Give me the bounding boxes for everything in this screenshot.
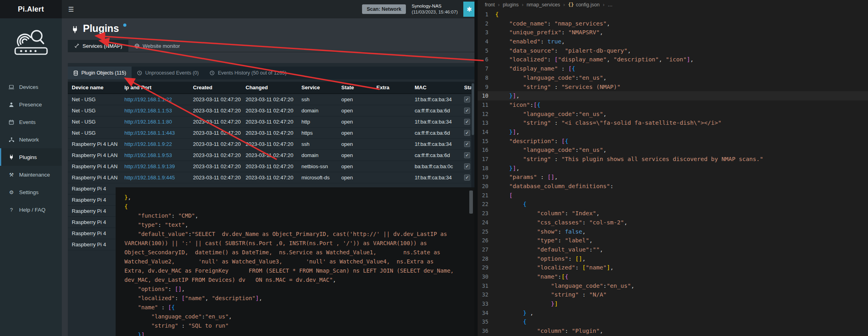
code-line[interactable]: 18 }], [478, 164, 868, 173]
code-line[interactable]: 29 "localized": ["name"], [478, 263, 868, 272]
app-logo[interactable]: Pi.Alert [0, 0, 62, 18]
snowflake-icon[interactable]: ✱ [463, 2, 475, 17]
column-header-device-name[interactable]: Device name [68, 82, 120, 94]
sidebar-item-devices[interactable]: Devices [0, 78, 62, 96]
breadcrumb-item-nmap-services[interactable]: nmap_services [527, 2, 560, 8]
code-line[interactable]: 26 "type": "label", [478, 236, 868, 245]
code-line[interactable]: 35 { [478, 317, 868, 326]
code-line[interactable]: 30 "name":[{ [478, 272, 868, 281]
info-dot-icon[interactable] [123, 24, 126, 27]
breadcrumb-item-front[interactable]: front [485, 2, 495, 8]
sidebar-item-settings[interactable]: ⚙Settings [0, 183, 62, 201]
ip-port-link[interactable]: http://192.168.1.9:22 [124, 141, 172, 147]
cell-service: microsoft-ds [297, 172, 337, 183]
code-line[interactable]: 33 }] [478, 299, 868, 308]
status-checkbox[interactable]: ✓ [464, 175, 470, 181]
cell-service: domain [297, 150, 337, 161]
ip-port-link[interactable]: http://192.168.1.1:443 [124, 130, 175, 136]
code-line[interactable]: 11 "icon":[{ [478, 100, 868, 110]
code-line[interactable]: 1{ [478, 10, 868, 19]
editor-code-area[interactable]: 1{2 "code_name": "nmap_services",3 "uniq… [478, 10, 868, 336]
code-line[interactable]: 36 "column": "Plugin", [478, 326, 868, 336]
line-text: "string" : "This plugin shows all servic… [495, 155, 763, 164]
code-line[interactable]: 25 "show": false, [478, 227, 868, 236]
line-text: "code_name": "nmap_services", [495, 19, 610, 28]
status-checkbox[interactable]: ✓ [464, 141, 470, 147]
ip-port-link[interactable]: http://192.168.1.1:53 [124, 108, 172, 114]
column-header-service[interactable]: Service [297, 82, 337, 94]
overlay-scrollbar-thumb[interactable] [469, 191, 473, 214]
subtab-unprocessed-events-0[interactable]: Unprocessed Events (0) [132, 67, 204, 79]
breadcrumb-item-more[interactable]: … [608, 2, 613, 8]
code-line[interactable]: 5 "data_source": "pialert-db-query", [478, 46, 868, 55]
status-checkbox[interactable]: ✓ [464, 152, 470, 158]
code-line[interactable]: 19 "params" : [], [478, 173, 868, 182]
code-line[interactable]: 6 "localized": ["display_name", "descrip… [478, 55, 868, 64]
code-line[interactable]: 2 "code_name": "nmap_services", [478, 19, 868, 28]
status-checkbox[interactable]: ✓ [464, 96, 470, 102]
status-checkbox[interactable]: ✓ [464, 130, 470, 136]
ip-port-link[interactable]: http://192.168.1.1:80 [124, 119, 172, 125]
code-line[interactable]: 31 "language_code":"en_us", [478, 281, 868, 291]
ip-port-link[interactable]: http://192.168.1.9:139 [124, 163, 175, 169]
hamburger-menu-icon[interactable]: ☰ [68, 6, 74, 13]
status-checkbox[interactable]: ✓ [464, 119, 470, 125]
pane-divider[interactable] [474, 0, 478, 336]
code-line[interactable]: 28 "options": [], [478, 254, 868, 263]
tab-services-nmap[interactable]: Services (NMAP) [68, 40, 128, 52]
code-line[interactable]: 22 { [478, 200, 868, 209]
code-line[interactable]: 3 "unique_prefix": "NMAPSRV", [478, 28, 868, 37]
code-line[interactable]: 32 "string" : "N/A" [478, 290, 868, 299]
breadcrumb-item-config-json[interactable]: {}config.json [568, 2, 600, 8]
code-line[interactable]: 21 [ [478, 191, 868, 200]
code-line[interactable]: 24 "css_classes": "col-sm-2", [478, 218, 868, 227]
ip-port-link[interactable]: http://192.168.1.9:445 [124, 175, 175, 181]
cell-changed: 2023-03-11 02:47:20 [242, 161, 297, 172]
status-checkbox[interactable]: ✓ [464, 108, 470, 114]
sidebar-item-plugins[interactable]: Plugins [0, 148, 62, 166]
sidebar-item-maintenance[interactable]: ⚒Maintenance [0, 166, 62, 183]
sidebar-item-events[interactable]: Events [0, 113, 62, 131]
ip-port-link[interactable]: http://192.168.1.9:53 [124, 152, 172, 158]
code-line[interactable]: 8 "language_code":"en_us", [478, 73, 868, 83]
tab-website-monitor[interactable]: Website monitor [128, 40, 186, 52]
column-header-ip-and-port[interactable]: Ip and Port [120, 82, 189, 94]
code-line[interactable]: 7 "display_name" : [{ [478, 64, 868, 73]
code-line[interactable]: 34 } , [478, 308, 868, 318]
code-line[interactable]: 13 "string" : "<i class=\"fa-solid fa-sa… [478, 118, 868, 128]
code-line[interactable]: 20 "database_column_definitions": [478, 182, 868, 191]
sidebar-item-network[interactable]: Network [0, 131, 62, 148]
code-line[interactable]: 4 "enabled": true, [478, 37, 868, 46]
cell-state: open [337, 172, 372, 183]
column-header-extra[interactable]: Extra [372, 82, 411, 94]
code-line[interactable]: 14 }], [478, 128, 868, 137]
check-icon: ✓ [465, 97, 469, 102]
column-header-state[interactable]: State [337, 82, 372, 94]
line-number: 13 [478, 118, 495, 128]
cell-ip-port: http://192.168.1.9:53 [120, 150, 189, 161]
status-checkbox[interactable]: ✓ [464, 163, 470, 169]
line-text: { [495, 317, 527, 326]
code-line[interactable]: 12 "language_code":"en_us", [478, 110, 868, 119]
line-number: 27 [478, 245, 495, 254]
code-line[interactable]: 15 "description": [{ [478, 137, 868, 146]
code-line[interactable]: 23 "column": "Index", [478, 209, 868, 218]
code-line[interactable]: 9 "string" : "Services (NMAP)" [478, 83, 868, 92]
sidebar-item-help-faq[interactable]: ?Help / FAQ [0, 201, 62, 218]
column-header-created[interactable]: Created [189, 82, 242, 94]
subtab-events-history-50-out-of-1265[interactable]: Events History (50 out of 1265) [204, 67, 292, 79]
tab-label: Website monitor [143, 43, 180, 49]
breadcrumb-item-plugins[interactable]: plugins [503, 2, 519, 8]
column-header-mac[interactable]: MAC [411, 82, 460, 94]
code-line[interactable]: 16 "language_code":"en_us", [478, 145, 868, 155]
column-header-changed[interactable]: Changed [242, 82, 297, 94]
code-line[interactable]: 27 "default_value":"", [478, 245, 868, 254]
sidebar-item-presence[interactable]: Presence [0, 96, 62, 113]
cell-extra [372, 161, 411, 172]
code-line[interactable]: 17 "string" : "This plugin shows all ser… [478, 155, 868, 164]
table-scrollbar-thumb[interactable] [472, 83, 474, 135]
ip-port-link[interactable]: http://192.168.1.1:22 [124, 96, 172, 102]
code-line[interactable]: 10 }], [478, 91, 868, 100]
subtab-plugin-objects-115[interactable]: Plugin Objects (115) [68, 67, 132, 79]
satellite-icon [74, 43, 79, 49]
